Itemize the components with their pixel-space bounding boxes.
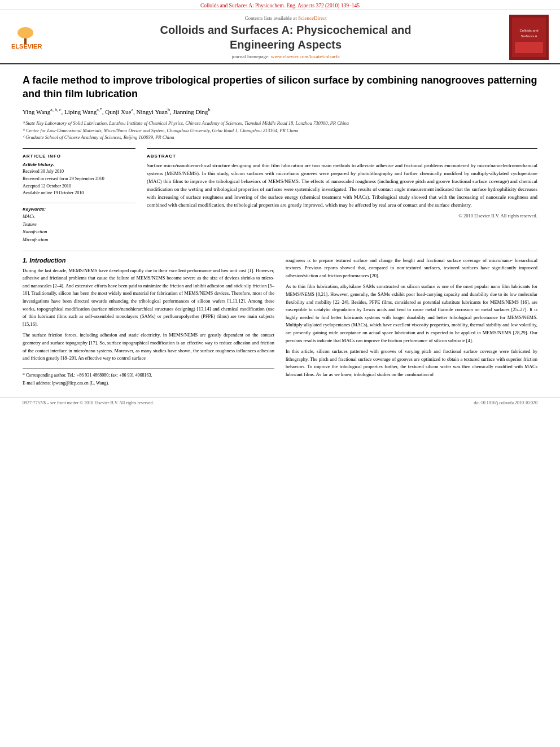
affil-b: ᵇ Center for Low-Dimensional Materials, … — [23, 127, 537, 134]
section-divider — [23, 251, 537, 251]
received-revised-date: Received in revised form 29 September 20… — [23, 176, 135, 183]
affil-a: ᵃ State Key Laboratory of Solid Lubricat… — [23, 120, 537, 127]
right-para-2: As to thin film lubrication, alkylsilane… — [286, 283, 537, 344]
svg-text:Surfaces A: Surfaces A — [520, 34, 537, 38]
affiliations: ᵃ State Key Laboratory of Solid Lubricat… — [23, 120, 537, 141]
intro-para-1: During the last decade, MEMS/NEMS have d… — [23, 267, 274, 329]
keywords-group: Keywords: MACs Texture Nanofriction Micr… — [23, 203, 135, 243]
keyword-texture: Texture — [23, 221, 135, 229]
footnote-email: E-mail address: lpwang@licp.cas.cn (L. W… — [23, 380, 274, 387]
sciencedirect-link[interactable]: ScienceDirect — [298, 15, 326, 21]
bottom-doi: doi:10.1016/j.colsurfa.2010.10.020 — [474, 400, 537, 405]
main-content: A facile method to improve tribological … — [0, 64, 560, 397]
affil-c: ᶜ Graduate School of Chinese Academy of … — [23, 134, 537, 141]
body-left-col: 1. Introduction During the last decade, … — [23, 257, 274, 389]
article-info-label: ARTICLE INFO — [23, 154, 135, 159]
right-para-3: In this article, silicon surfaces patter… — [286, 348, 537, 378]
intro-heading: 1. Introduction — [23, 257, 274, 264]
keyword-microfriction: Microfriction — [23, 236, 135, 244]
available-date: Available online 19 October 2010 — [23, 190, 135, 197]
svg-text:Colloids and: Colloids and — [519, 29, 538, 32]
bottom-bar: 0927-7757/$ – see front matter © 2010 El… — [0, 397, 560, 408]
right-para-1: roughness is to prepare textured surface… — [286, 257, 537, 280]
intro-para-2: The surface friction forces, including a… — [23, 331, 274, 362]
article-info-col: ARTICLE INFO Article history: Received 3… — [23, 148, 135, 244]
svg-point-1 — [18, 27, 33, 38]
elsevier-logo: ELSEVIER — [11, 23, 62, 52]
history-label: Article history: — [23, 162, 135, 167]
article-title: A facile method to improve tribological … — [23, 73, 537, 101]
authors-line: Ying Wanga, b, c, Liping Wanga,*, Qunji … — [23, 107, 537, 116]
keyword-macs: MACs — [23, 213, 135, 221]
journal-ref-link[interactable]: Colloids and Surfaces A: Physicochem. En… — [200, 3, 360, 8]
keywords-label: Keywords: — [23, 207, 135, 212]
footnote-corresponding: * Corresponding author. Tel.: +86 931 48… — [23, 372, 274, 379]
journal-center-info: Contents lists available at ScienceDirec… — [73, 15, 498, 59]
abstract-label: ABSTRACT — [147, 154, 537, 159]
top-bar: Colloids and Surfaces A: Physicochem. En… — [0, 0, 560, 10]
article-info-abstract: ARTICLE INFO Article history: Received 3… — [23, 148, 537, 244]
journal-homepage: journal homepage: www.elsevier.com/locat… — [73, 54, 498, 59]
body-right-col: roughness is to prepare textured surface… — [286, 257, 537, 389]
keyword-nanofriction: Nanofriction — [23, 228, 135, 236]
journal-title: Colloids and Surfaces A: Physicochemical… — [73, 23, 498, 52]
bottom-issn: 0927-7757/$ – see front matter © 2010 El… — [23, 400, 154, 405]
abstract-copyright: © 2010 Elsevier B.V. All rights reserved… — [147, 213, 537, 219]
abstract-text: Surface micro/nanohierarchical structure… — [147, 162, 537, 209]
sciencedirect-label: Contents lists available at ScienceDirec… — [73, 15, 498, 21]
received-date: Received 30 July 2010 — [23, 168, 135, 176]
journal-thumbnail: Colloids and Surfaces A — [509, 15, 549, 60]
homepage-url[interactable]: www.elsevier.com/locate/colsurfa — [271, 54, 340, 59]
footnotes-area: * Corresponding author. Tel.: +86 931 48… — [23, 368, 274, 388]
article-history: Article history: Received 30 July 2010 R… — [23, 162, 135, 197]
svg-rect-8 — [515, 42, 543, 53]
journal-header: ELSEVIER Contents lists available at Sci… — [0, 10, 560, 64]
abstract-col: ABSTRACT Surface micro/nanohierarchical … — [147, 148, 537, 244]
svg-text:ELSEVIER: ELSEVIER — [11, 43, 42, 50]
accepted-date: Accepted 12 October 2010 — [23, 183, 135, 190]
body-content: 1. Introduction During the last decade, … — [23, 257, 537, 389]
